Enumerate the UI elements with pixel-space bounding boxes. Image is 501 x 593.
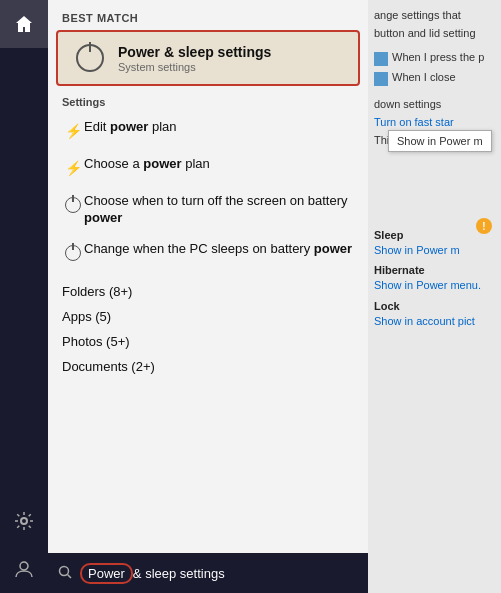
sidebar [0, 0, 48, 593]
rp-sleep-section: Sleep Show in Power m [374, 229, 495, 258]
best-match-title: Power & sleep settings [118, 44, 271, 60]
documents-label: Documents (2+) [62, 359, 155, 374]
best-match-item[interactable]: Power & sleep settings System settings [56, 30, 360, 86]
sidebar-settings-icon[interactable] [0, 497, 48, 545]
power-tooltip: Show in Power m [388, 130, 492, 152]
right-panel: ange settings that button and lid settin… [368, 0, 501, 593]
rp-when-close-icon [374, 72, 388, 86]
svg-point-0 [21, 518, 27, 524]
rp-hibernate-section: Hibernate Show in Power menu. [374, 264, 495, 293]
folders-label: Folders (8+) [62, 284, 132, 299]
best-match-text: Power & sleep settings System settings [118, 44, 271, 73]
search-query-highlighted: Power [80, 563, 133, 584]
choose-power-icon: ⚡ [62, 157, 84, 179]
documents-category[interactable]: Documents (2+) [48, 354, 368, 379]
rp-when-press-icon [374, 52, 388, 66]
categories-section: Folders (8+) Apps (5) Photos (5+) Docume… [48, 279, 368, 379]
folders-category[interactable]: Folders (8+) [48, 279, 368, 304]
settings-section-label: Settings [48, 86, 368, 112]
svg-point-1 [20, 562, 28, 570]
rp-hibernate-title: Hibernate [374, 264, 495, 276]
turn-off-screen-item[interactable]: Choose when to turn off the screen on ba… [48, 186, 368, 234]
rp-show-power-hibernate[interactable]: Show in Power menu. [374, 278, 495, 293]
rp-lock-section: Lock Show in account pict [374, 300, 495, 329]
turn-off-screen-text: Choose when to turn off the screen on ba… [84, 193, 354, 227]
rp-shutdown-label: down settings [374, 97, 495, 112]
choose-power-plan-text: Choose a power plan [84, 156, 210, 173]
search-bar-icon [58, 565, 72, 582]
rp-change-settings: ange settings that [374, 8, 495, 23]
search-panel: Best match Power & sleep settings System… [48, 0, 368, 593]
rp-when-close-text: When I close [392, 70, 456, 85]
rp-lock-title: Lock [374, 300, 495, 312]
best-match-subtitle: System settings [118, 61, 271, 73]
rp-show-power-sleep[interactable]: Show in Power m [374, 243, 495, 258]
rp-when-close-row: When I close [374, 70, 495, 88]
edit-power-plan-item[interactable]: ⚡ Edit power plan [48, 112, 368, 149]
rp-show-account[interactable]: Show in account pict [374, 314, 495, 329]
rp-when-press-text: When I press the p [392, 50, 484, 65]
warning-icon: ! [476, 218, 492, 234]
apps-category[interactable]: Apps (5) [48, 304, 368, 329]
best-match-header: Best match [48, 0, 368, 30]
photos-label: Photos (5+) [62, 334, 130, 349]
rp-button-lid: button and lid setting [374, 26, 495, 41]
apps-label: Apps (5) [62, 309, 111, 324]
svg-line-3 [68, 574, 72, 578]
sleep-icon [62, 242, 84, 264]
search-query-rest: & sleep settings [133, 566, 225, 581]
choose-power-plan-item[interactable]: ⚡ Choose a power plan [48, 149, 368, 186]
turn-off-icon [62, 194, 84, 216]
pc-sleeps-text: Change when the PC sleeps on battery pow… [84, 241, 352, 258]
edit-power-plan-text: Edit power plan [84, 119, 177, 136]
search-query: Power & sleep settings [80, 563, 225, 584]
rp-turn-on-label[interactable]: Turn on fast star [374, 115, 495, 130]
pc-sleeps-item[interactable]: Change when the PC sleeps on battery pow… [48, 234, 368, 271]
sidebar-user-icon[interactable] [0, 545, 48, 593]
search-bar[interactable]: Power & sleep settings [48, 553, 368, 593]
edit-power-icon: ⚡ [62, 120, 84, 142]
svg-point-2 [60, 566, 69, 575]
photos-category[interactable]: Photos (5+) [48, 329, 368, 354]
rp-when-press-row: When I press the p [374, 50, 495, 68]
right-panel-content: ange settings that button and lid settin… [368, 0, 501, 340]
power-settings-icon [72, 40, 108, 76]
sidebar-home-icon[interactable] [0, 0, 48, 48]
